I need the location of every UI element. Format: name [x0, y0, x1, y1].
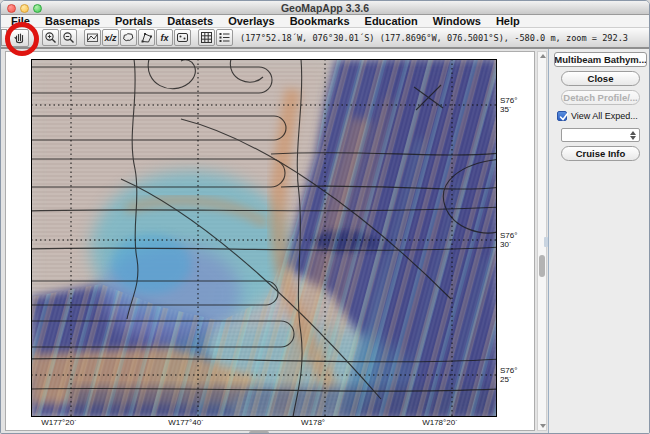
lat-label: S76°25´ — [500, 366, 534, 384]
grid-icon — [200, 31, 213, 44]
multibeam-panel: Multibeam Bathym... Close Detach Profile… — [549, 49, 650, 434]
window-title: GeoMapApp 3.3.6 — [1, 2, 649, 14]
image-icon — [176, 31, 189, 44]
title-bar: GeoMapApp 3.3.6 — [1, 1, 649, 15]
app-window: GeoMapApp 3.3.6 File Basemaps Portals Da… — [0, 0, 650, 434]
xz-tool-button[interactable]: x/z — [102, 29, 119, 46]
view-all-expeditions-row: View All Exped... — [557, 111, 638, 121]
vertical-scrollbar-thumb[interactable] — [539, 255, 545, 277]
xz-icon: x/z — [104, 33, 116, 43]
view-all-checkbox[interactable] — [557, 111, 567, 121]
zoom-out-button[interactable] — [60, 29, 77, 46]
polygon-tool-button[interactable] — [138, 29, 155, 46]
zoom-in-icon — [44, 31, 57, 44]
menu-windows[interactable]: Windows — [433, 15, 481, 27]
lasso-tool-button[interactable] — [120, 29, 137, 46]
profile-tool-button[interactable] — [84, 29, 101, 46]
menu-basemaps[interactable]: Basemaps — [45, 15, 100, 27]
menu-help[interactable]: Help — [496, 15, 520, 27]
lasso-icon — [122, 31, 135, 44]
list-icon — [218, 31, 231, 44]
menu-education[interactable]: Education — [365, 15, 418, 27]
hand-icon — [13, 31, 26, 44]
view-all-label: View All Exped... — [571, 111, 638, 121]
panel-title: Multibeam Bathym... — [554, 52, 647, 67]
bathymetry-map[interactable] — [31, 59, 497, 417]
pan-tool-button[interactable] — [9, 29, 29, 47]
close-button[interactable]: Close — [561, 71, 640, 86]
profile-icon — [86, 31, 99, 44]
menu-file[interactable]: File — [11, 15, 30, 27]
select-tool-button[interactable] — [1, 29, 7, 46]
cruise-info-button[interactable]: Cruise Info — [561, 146, 640, 161]
menu-overlays[interactable]: Overlays — [228, 15, 274, 27]
detach-profile-button[interactable]: Detach Profile/... — [561, 90, 640, 105]
scroll-up-icon[interactable] — [540, 54, 546, 58]
checkmark-icon — [558, 111, 570, 123]
toolbar: x/z fx — [1, 28, 649, 49]
lat-label: S76°30´ — [500, 231, 534, 249]
content-area: S76°35´ S76°30´ S76°25´ W177°20´ W177°40… — [1, 49, 650, 434]
polygon-icon — [140, 31, 153, 44]
function-tool-button[interactable]: fx — [156, 29, 173, 46]
function-icon: fx — [160, 33, 168, 43]
zoom-out-icon — [62, 31, 75, 44]
expedition-select[interactable] — [561, 128, 640, 142]
panel-divider-handle[interactable] — [544, 237, 548, 247]
menu-bookmarks[interactable]: Bookmarks — [290, 15, 350, 27]
lon-label: W177°20´ — [29, 418, 89, 427]
lon-label: W178° — [283, 418, 343, 427]
scroll-down-icon[interactable] — [540, 424, 546, 428]
list-tool-button[interactable] — [216, 29, 233, 46]
lon-label: W177°40´ — [156, 418, 216, 427]
menu-portals[interactable]: Portals — [115, 15, 152, 27]
lat-label: S76°35´ — [500, 96, 534, 114]
map-panel: S76°35´ S76°30´ S76°25´ W177°20´ W177°40… — [5, 51, 535, 431]
zoom-in-button[interactable] — [42, 29, 59, 46]
menu-datasets[interactable]: Datasets — [167, 15, 213, 27]
image-tool-button[interactable] — [174, 29, 191, 46]
cursor-coordinates-status: (177°52.18´W, 076°30.01´S) (177.8696°W, … — [240, 33, 628, 43]
menu-bar: File Basemaps Portals Datasets Overlays … — [1, 15, 649, 28]
grid-tool-button[interactable] — [198, 29, 215, 46]
stepper-icon — [630, 131, 636, 140]
lon-label: W178°20´ — [410, 418, 470, 427]
